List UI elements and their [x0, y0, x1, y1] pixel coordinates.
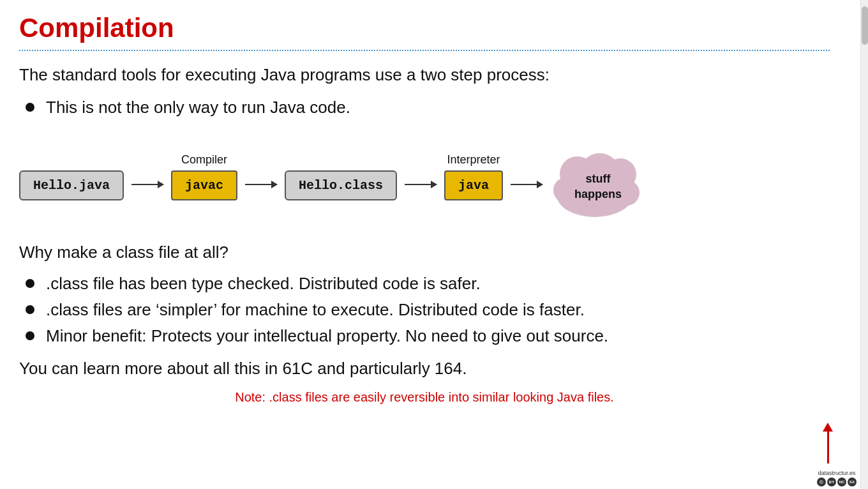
datastructures-badge: datastructur.es © BY NC SA — [817, 470, 857, 486]
cloud-item: stuffhappens — [550, 137, 646, 217]
hello-java-box: Hello.java — [19, 170, 124, 200]
bullet-dot — [26, 305, 34, 314]
cc-icons: © BY NC SA — [817, 478, 857, 486]
bottom-bullet-list: .class file has been type checked. Distr… — [19, 274, 830, 346]
hello-class-item: Hello.class — [285, 154, 397, 200]
hello-java-item: Hello.java — [19, 154, 124, 200]
section-divider — [19, 50, 830, 51]
arrow-3 — [405, 184, 437, 185]
arrow-line-3 — [405, 184, 437, 185]
page-title: Compilation — [19, 13, 830, 43]
arrow-line-4 — [511, 184, 542, 185]
arrow-2 — [245, 184, 277, 185]
intro-text: The standard tools for executing Java pr… — [19, 65, 830, 85]
scrollbar[interactable] — [860, 0, 868, 489]
bullet-text: This is not the only way to run Java cod… — [46, 98, 350, 117]
cc-icon-nc: NC — [837, 478, 846, 486]
hello-class-box: Hello.class — [285, 170, 397, 200]
compiler-label: Compiler — [181, 153, 227, 167]
interpreter-label: Interpreter — [447, 153, 500, 167]
arrow-1 — [131, 184, 163, 185]
datastructures-label: datastructur.es — [818, 470, 855, 476]
arrow-line-2 — [245, 184, 277, 185]
bullet-text: .class files are ‘simpler’ for machine t… — [46, 300, 585, 320]
bottom-text: You can learn more about all this in 61C… — [19, 359, 830, 379]
cloud-text: stuffhappens — [550, 171, 646, 202]
red-arrow-up — [823, 423, 833, 463]
list-item: .class files are ‘simpler’ for machine t… — [19, 300, 830, 320]
list-item: This is not the only way to run Java cod… — [19, 98, 830, 117]
scrollbar-thumb[interactable] — [862, 6, 868, 45]
why-text: Why make a class file at all? — [19, 243, 830, 262]
javac-box: javac — [171, 170, 237, 200]
compilation-diagram: Hello.java Compiler javac Hello.class In… — [19, 137, 830, 217]
cloud-container: stuffhappens — [550, 153, 646, 217]
arrow-4 — [511, 184, 542, 185]
top-bullet-list: This is not the only way to run Java cod… — [19, 98, 830, 117]
cc-icon-c: © — [817, 478, 826, 486]
arrow-line-1 — [131, 184, 163, 185]
bullet-dot — [26, 103, 34, 112]
compiler-item: Compiler javac — [171, 153, 237, 200]
list-item: Minor benefit: Protects your intellectua… — [19, 326, 830, 346]
bullet-text: Minor benefit: Protects your intellectua… — [46, 326, 608, 346]
cc-icon-by: BY — [827, 478, 836, 486]
java-box: java — [444, 170, 503, 200]
interpreter-item: Interpreter java — [444, 153, 503, 200]
note-text: Note: .class files are easily reversible… — [19, 390, 830, 405]
bullet-text: .class file has been type checked. Distr… — [46, 274, 481, 294]
bullet-dot — [26, 279, 34, 288]
bullet-dot — [26, 331, 34, 340]
list-item: .class file has been type checked. Distr… — [19, 274, 830, 294]
cc-icon-sa: SA — [848, 478, 857, 486]
